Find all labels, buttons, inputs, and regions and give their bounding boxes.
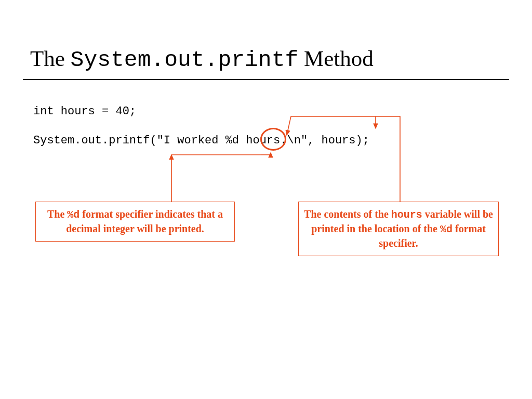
page-title: The System.out.printf Method [30, 46, 374, 73]
callout-format-specifier: The %d format specifier indicates that a… [35, 202, 235, 242]
arrow-right-vertical [376, 116, 400, 202]
title-suffix: Method [298, 46, 374, 71]
code-line-1: int hours = 40; [33, 105, 136, 118]
title-mono: System.out.printf [71, 47, 299, 73]
arrow-into-circle-right [287, 116, 291, 135]
callout-left-part2: format specifier indicates that a decima… [66, 208, 223, 234]
highlight-circle [260, 128, 286, 151]
callout-right-part1: The contents of the [304, 208, 391, 220]
slide: The System.out.printf Method int hours =… [0, 0, 532, 399]
callout-left-mono: %d [67, 209, 79, 221]
horizontal-rule [23, 79, 509, 80]
callout-right-mono1: hours [391, 209, 422, 221]
callout-left-part1: The [47, 208, 67, 220]
callout-variable-contents: The contents of the hours variable will … [298, 202, 499, 256]
title-prefix: The [30, 46, 71, 71]
callout-right-mono2: %d [440, 223, 453, 235]
code-line-2: System.out.printf("I worked %d hours.\n"… [33, 134, 369, 147]
